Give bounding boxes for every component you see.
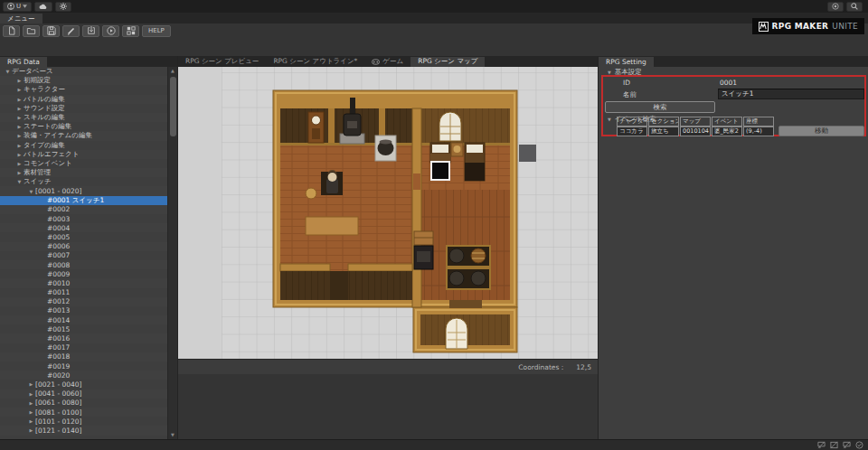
tab-scene[interactable]: RPG シーン アウトライン* (266, 57, 364, 67)
account-button[interactable]: U (3, 2, 32, 12)
tree-item[interactable]: ▶バトルエフェクト (0, 150, 177, 159)
tree-item[interactable]: ▶サウンド設定 (0, 104, 177, 113)
expand-icon[interactable]: ▶ (15, 161, 24, 166)
tree-item[interactable]: #0010 (0, 278, 177, 287)
scroll-down-icon[interactable]: ▼ (168, 431, 177, 439)
tree-item[interactable]: ▶[0081 - 0100] (0, 408, 177, 417)
status-ok-icon[interactable] (855, 441, 863, 449)
tree-item[interactable]: #0002 (0, 205, 177, 214)
collapse-icon[interactable]: ▼ (27, 189, 35, 194)
basic-settings-fold[interactable]: ▼ 基本設定 (608, 68, 642, 77)
collab-button[interactable] (827, 2, 844, 12)
tile-map-canvas[interactable] (178, 67, 598, 359)
tree-item[interactable]: #0020 (0, 370, 177, 380)
layout-button[interactable] (122, 25, 139, 37)
tree-item[interactable]: #0017 (0, 343, 177, 352)
collapse-icon[interactable]: ▼ (4, 69, 12, 74)
expand-icon[interactable]: ▶ (27, 427, 35, 433)
collapse-icon[interactable]: ▼ (608, 117, 611, 122)
expand-icon[interactable]: ▶ (27, 381, 35, 387)
tree-item[interactable]: ▶ステートの編集 (0, 122, 177, 131)
tree-item[interactable]: ▶装備・アイテムの編集 (0, 131, 177, 140)
expand-icon[interactable]: ▶ (15, 143, 24, 148)
selected-event-tile[interactable] (431, 162, 449, 180)
tree-item[interactable]: ▶タイプの編集 (0, 141, 177, 150)
cloud-button[interactable] (34, 2, 52, 12)
event-table-value-cell[interactable]: (9,-4) (743, 127, 774, 136)
tree-item[interactable]: #0007 (0, 251, 177, 260)
expand-icon[interactable]: ▶ (15, 115, 24, 120)
tree-item[interactable]: ▶[0101 - 0120] (0, 417, 177, 426)
tree-item[interactable]: ▶素材管理 (0, 168, 177, 177)
search-button[interactable] (846, 2, 863, 12)
tree-item[interactable]: ▶[0121 - 0140] (0, 426, 177, 435)
tree-scrollbar[interactable]: ▲ ▼ (167, 67, 177, 439)
event-table-value-cell[interactable]: ココカラ (617, 127, 647, 136)
tab-scene-map-active[interactable]: RPG シーン マップ (410, 57, 485, 67)
event-table-value-cell[interactable]: 婆_民家2 (712, 127, 742, 136)
tree-item[interactable]: ▶[0021 - 0040] (0, 380, 177, 389)
expand-icon[interactable]: ▶ (15, 97, 24, 102)
event-table-value-cell[interactable]: 旅立ち (648, 127, 679, 136)
tab-scene[interactable]: ゲーム (364, 57, 410, 67)
map-scene-view[interactable] (178, 67, 598, 359)
tree-item[interactable]: #0016 (0, 333, 177, 342)
settings-button[interactable] (55, 2, 71, 12)
expand-icon[interactable]: ▶ (15, 78, 24, 83)
tree-item[interactable]: ▶スキルの編集 (0, 113, 177, 122)
tree-item[interactable]: #0004 (0, 223, 177, 232)
save-button[interactable] (42, 25, 60, 37)
tree-item[interactable]: #0009 (0, 269, 177, 278)
expand-icon[interactable]: ▶ (15, 170, 24, 175)
expand-icon[interactable]: ▶ (27, 409, 35, 415)
tree-item[interactable]: #0006 (0, 242, 177, 251)
tab-rpg-data[interactable]: RPG Data (0, 57, 47, 67)
tree-item[interactable]: #0018 (0, 352, 177, 361)
tree-item[interactable]: #0012 (0, 297, 177, 306)
open-project-button[interactable] (23, 25, 40, 37)
tab-menu[interactable]: メニュー (0, 14, 42, 23)
expand-icon[interactable]: ▶ (27, 418, 35, 424)
tree-item[interactable]: ▶初期設定 (0, 76, 177, 85)
scroll-thumb[interactable] (170, 77, 176, 136)
tree-item[interactable]: #0008 (0, 260, 177, 269)
tree-item[interactable]: #0014 (0, 315, 177, 324)
expand-icon[interactable]: ▶ (15, 87, 24, 92)
tree-item[interactable]: #0011 (0, 288, 177, 297)
tree-item[interactable]: ▶コモンイベント (0, 159, 177, 168)
collapse-icon[interactable]: ▼ (608, 70, 611, 75)
console-mute-icon[interactable] (843, 441, 851, 449)
expand-icon[interactable]: ▶ (15, 152, 24, 157)
tree-item[interactable]: ▶[0041 - 0060] (0, 389, 177, 398)
move-to-event-button[interactable]: 移動 (778, 126, 864, 136)
tree-item[interactable]: #0005 (0, 232, 177, 241)
new-file-button[interactable] (3, 25, 20, 37)
tree-item[interactable]: ▼スイッチ (0, 177, 177, 186)
tree-item[interactable]: ▶[0061 - 0080] (0, 398, 177, 408)
tree-item[interactable]: ▼[0001 - 0020] (0, 186, 177, 195)
tree-item[interactable]: #0015 (0, 324, 177, 333)
expand-icon[interactable]: ▶ (15, 106, 24, 111)
help-button[interactable]: HELP (142, 25, 171, 37)
scroll-up-icon[interactable]: ▲ (168, 67, 177, 75)
play-button[interactable] (102, 25, 119, 37)
search-events-button[interactable]: 検索 (605, 101, 715, 113)
tab-rpg-setting[interactable]: RPG Setting (599, 57, 654, 67)
tree-item[interactable]: #0003 (0, 214, 177, 223)
tree-item[interactable]: #0019 (0, 361, 177, 370)
tree-item[interactable]: ▼データベース (0, 67, 177, 76)
event-table-value-cell[interactable]: 0010104ココ (680, 127, 711, 136)
rpg-data-tree[interactable]: ▲ ▼ ▼データベース▶初期設定▶キャラクター▶バトルの編集▶サウンド設定▶スキ… (0, 67, 177, 439)
expand-icon[interactable]: ▶ (27, 400, 35, 406)
import-button[interactable] (82, 25, 99, 37)
name-input[interactable] (718, 89, 864, 99)
tab-scene[interactable]: RPG シーン プレビュー (178, 57, 266, 67)
tree-item[interactable]: #0001 スイッチ1 (0, 196, 177, 205)
tree-item[interactable]: ▶バトルの編集 (0, 95, 177, 104)
console-mute-icon[interactable] (830, 441, 838, 449)
edit-button[interactable] (62, 25, 80, 37)
tree-item[interactable]: #0013 (0, 306, 177, 315)
expand-icon[interactable]: ▶ (15, 124, 24, 129)
console-mute-icon[interactable] (817, 441, 826, 449)
tree-item[interactable]: ▶キャラクター (0, 85, 177, 94)
